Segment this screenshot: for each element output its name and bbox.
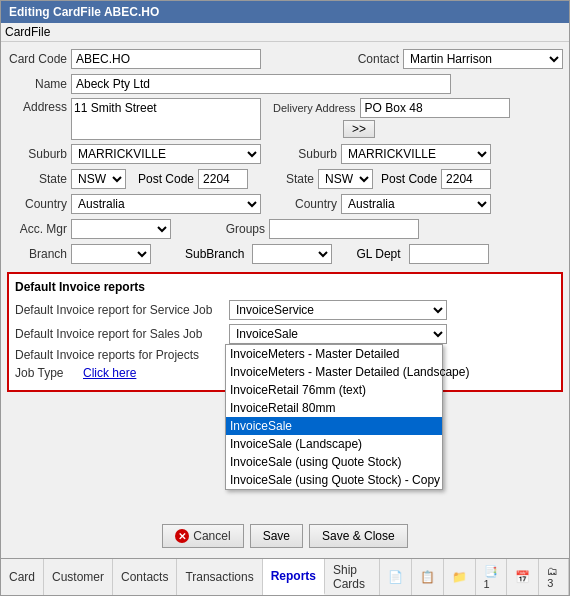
state-row: State NSW Post Code State NSW Post Code: [7, 168, 563, 190]
tab-customer-label: Customer: [52, 570, 104, 584]
gl-dept-label: GL Dept: [356, 247, 400, 261]
action-buttons: ✕ Cancel Save Save & Close: [7, 520, 563, 552]
gl-dept-input[interactable]: [409, 244, 489, 264]
menu-bar: CardFile: [1, 23, 569, 42]
tab-card-label: Card: [9, 570, 35, 584]
postcode-left-label: Post Code: [138, 172, 194, 186]
postcode-left-input[interactable]: [198, 169, 248, 189]
click-here-link[interactable]: Click here: [83, 366, 136, 380]
country-left-select[interactable]: Australia: [71, 194, 261, 214]
suburb-left-label: Suburb: [7, 147, 67, 161]
icon-calendar: 📅: [515, 570, 530, 584]
tab-icon-5[interactable]: 📅: [507, 559, 539, 595]
sales-job-row: Default Invoice report for Sales Job Inv…: [15, 324, 555, 344]
name-label: Name: [7, 77, 67, 91]
address-row: Address 11 Smith Street Delivery Address…: [7, 98, 563, 140]
acc-mgr-label: Acc. Mgr: [7, 222, 67, 236]
dropdown-item-1[interactable]: InvoiceMeters - Master Detailed (Landsca…: [226, 363, 442, 381]
transfer-button[interactable]: >>: [343, 120, 375, 138]
tab-reports[interactable]: Reports: [263, 559, 325, 595]
icon-clipboard: 📋: [420, 570, 435, 584]
subbranch-select[interactable]: [252, 244, 332, 264]
branch-row: Branch SubBranch GL Dept: [7, 243, 563, 265]
save-button[interactable]: Save: [250, 524, 303, 548]
projects-label: Default Invoice reports for Projects: [15, 348, 225, 362]
invoice-section-title: Default Invoice reports: [15, 280, 555, 294]
main-window: Editing CardFile ABEC.HO CardFile Card C…: [0, 0, 570, 596]
tab-card[interactable]: Card: [1, 559, 44, 595]
subbranch-label: SubBranch: [185, 247, 244, 261]
state-left-label: State: [7, 172, 67, 186]
address-label: Address: [7, 100, 67, 114]
delivery-address-label: Delivery Address: [273, 102, 356, 114]
country-row: Country Australia Country Australia: [7, 193, 563, 215]
contact-select[interactable]: Martin Harrison: [403, 49, 563, 69]
postcode-right-input[interactable]: [441, 169, 491, 189]
country-left-label: Country: [7, 197, 67, 211]
state-right-label: State: [264, 172, 314, 186]
card-code-label: Card Code: [7, 52, 67, 66]
state-right-select[interactable]: NSW: [318, 169, 373, 189]
service-job-select[interactable]: InvoiceService: [229, 300, 447, 320]
country-right-select[interactable]: Australia: [341, 194, 491, 214]
title-bar: Editing CardFile ABEC.HO: [1, 1, 569, 23]
suburb-row: Suburb MARRICKVILLE Suburb MARRICKVILLE: [7, 143, 563, 165]
dropdown-item-2[interactable]: InvoiceRetail 76mm (text): [226, 381, 442, 399]
tab-icon-1[interactable]: 📄: [380, 559, 412, 595]
dropdown-item-0[interactable]: InvoiceMeters - Master Detailed: [226, 345, 442, 363]
tab-contacts-label: Contacts: [121, 570, 168, 584]
tab-transactions-label: Transactions: [185, 570, 253, 584]
tab-ship-cards-label: Ship Cards: [333, 563, 371, 591]
tab-contacts[interactable]: Contacts: [113, 559, 177, 595]
branch-label: Branch: [7, 247, 67, 261]
tab-customer[interactable]: Customer: [44, 559, 113, 595]
name-input[interactable]: [71, 74, 451, 94]
service-job-label: Default Invoice report for Service Job: [15, 303, 225, 317]
job-type-label: Job Type: [15, 366, 75, 380]
dropdown-item-4[interactable]: InvoiceSale: [226, 417, 442, 435]
card-code-row: Card Code Contact Martin Harrison: [7, 48, 563, 70]
name-row: Name: [7, 73, 563, 95]
tab-reports-label: Reports: [271, 569, 316, 583]
tab-icon-3[interactable]: 📁: [444, 559, 476, 595]
icon-number-1: 📑 1: [484, 565, 499, 590]
save-close-button[interactable]: Save & Close: [309, 524, 408, 548]
icon-number-3: 🗂 3: [547, 565, 560, 589]
card-code-input[interactable]: [71, 49, 261, 69]
branch-select[interactable]: [71, 244, 151, 264]
suburb-left-select[interactable]: MARRICKVILLE: [71, 144, 261, 164]
postcode-right-label: Post Code: [381, 172, 437, 186]
tab-icon-2[interactable]: 📋: [412, 559, 444, 595]
invoice-section: Default Invoice reports Default Invoice …: [7, 272, 563, 392]
sales-job-dropdown: InvoiceMeters - Master Detailed InvoiceM…: [225, 344, 443, 490]
service-job-row: Default Invoice report for Service Job I…: [15, 300, 555, 320]
dropdown-item-5[interactable]: InvoiceSale (Landscape): [226, 435, 442, 453]
cancel-button[interactable]: ✕ Cancel: [162, 524, 243, 548]
tab-icon-6[interactable]: 🗂 3: [539, 559, 569, 595]
tab-transactions[interactable]: Transactions: [177, 559, 262, 595]
dropdown-item-6[interactable]: InvoiceSale (using Quote Stock): [226, 453, 442, 471]
icon-doc: 📄: [388, 570, 403, 584]
country-right-label: Country: [287, 197, 337, 211]
tab-ship-cards[interactable]: Ship Cards: [325, 559, 380, 595]
state-left-select[interactable]: NSW: [71, 169, 126, 189]
contact-label: Contact: [349, 52, 399, 66]
sales-job-label: Default Invoice report for Sales Job: [15, 327, 225, 341]
icon-folder: 📁: [452, 570, 467, 584]
menu-cardfile[interactable]: CardFile: [5, 25, 50, 39]
cancel-icon: ✕: [175, 529, 189, 543]
address-input[interactable]: 11 Smith Street: [71, 98, 261, 140]
suburb-right-label: Suburb: [287, 147, 337, 161]
acc-mgr-select[interactable]: [71, 219, 171, 239]
groups-input[interactable]: [269, 219, 419, 239]
tab-icon-4[interactable]: 📑 1: [476, 559, 508, 595]
dropdown-item-7[interactable]: InvoiceSale (using Quote Stock) - Copy: [226, 471, 442, 489]
groups-label: Groups: [215, 222, 265, 236]
dropdown-item-3[interactable]: InvoiceRetail 80mm: [226, 399, 442, 417]
sales-job-select[interactable]: InvoiceSale: [229, 324, 447, 344]
suburb-right-select[interactable]: MARRICKVILLE: [341, 144, 491, 164]
acc-mgr-row: Acc. Mgr Groups: [7, 218, 563, 240]
window-title: Editing CardFile ABEC.HO: [9, 5, 159, 19]
tab-bar: Card Customer Contacts Transactions Repo…: [1, 558, 569, 595]
delivery-address-input[interactable]: [360, 98, 510, 118]
